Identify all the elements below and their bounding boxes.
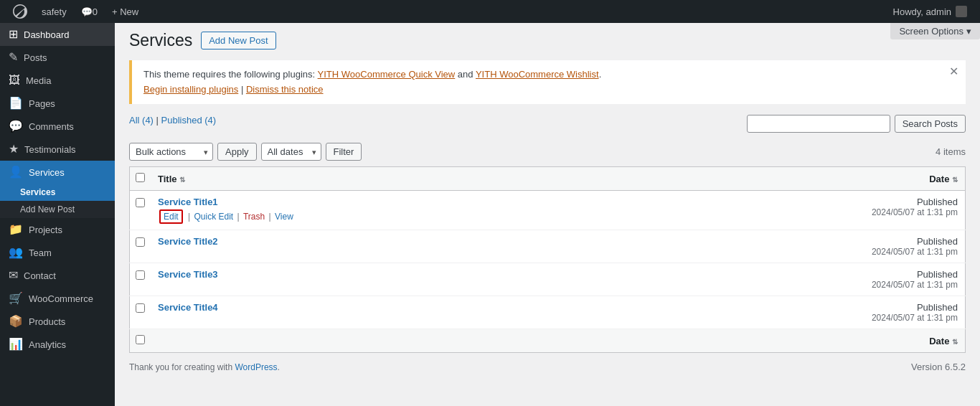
pages-icon: 📄 bbox=[9, 98, 23, 109]
separator: | bbox=[237, 212, 242, 222]
sidebar-item-services[interactable]: 👤 Services Services Add New Post bbox=[0, 161, 115, 218]
site-name-item[interactable]: safety bbox=[34, 0, 74, 23]
chevron-down-icon: ▾ bbox=[966, 26, 971, 37]
comments-item[interactable]: 💬 0 bbox=[74, 0, 105, 23]
plugin2-link[interactable]: YITH WooCommerce Wishlist bbox=[476, 69, 599, 80]
row-title-cell: Service Title3 bbox=[151, 263, 858, 296]
search-input[interactable] bbox=[747, 115, 890, 133]
version-text: Version 6.5.2 bbox=[911, 362, 966, 372]
footer-date-col: Date ⇅ bbox=[858, 329, 966, 353]
services-submenu: Services Add New Post bbox=[0, 184, 115, 218]
notice-text: This theme requires the following plugin… bbox=[143, 67, 954, 98]
admin-menu: ⊞ Dashboard ✎ Posts 🖼 Media 📄 Pa bbox=[0, 23, 115, 356]
sidebar-item-label: WooCommerce bbox=[29, 293, 93, 304]
sidebar-item-comments[interactable]: 💬 Comments bbox=[0, 115, 115, 138]
screen-options-label: Screen Options bbox=[899, 26, 963, 37]
filter-all: All (4) | bbox=[129, 115, 161, 126]
row-checkbox[interactable] bbox=[136, 198, 145, 207]
sidebar-item-testimonials[interactable]: ★ Testimonials bbox=[0, 138, 115, 161]
quick-edit-link[interactable]: Quick Edit bbox=[194, 212, 233, 222]
user-avatar bbox=[956, 6, 967, 17]
sidebar-item-posts[interactable]: ✎ Posts bbox=[0, 46, 115, 69]
publish-status: Published bbox=[865, 197, 958, 207]
screen-options-button[interactable]: Screen Options ▾ bbox=[890, 23, 980, 39]
sidebar-item-analytics[interactable]: 📊 Analytics bbox=[0, 333, 115, 356]
col-date-header: Date ⇅ bbox=[858, 167, 966, 191]
sidebar-item-label: Analytics bbox=[29, 339, 66, 350]
post-filter-links: All (4) | Published (4) bbox=[129, 115, 216, 126]
publish-date: 2024/05/07 at 1:31 pm bbox=[865, 207, 958, 217]
submenu-item-services[interactable]: Services bbox=[0, 184, 115, 201]
published-posts-link[interactable]: Published (4) bbox=[161, 115, 217, 126]
notice-text-before: This theme requires the following plugin… bbox=[143, 69, 318, 80]
bulk-actions-select[interactable]: Bulk actions Edit Move to Trash bbox=[129, 143, 213, 161]
woocommerce-icon: 🛒 bbox=[9, 293, 23, 304]
row-date-cell: Published 2024/05/07 at 1:31 pm bbox=[858, 191, 966, 230]
main-content: Screen Options ▾ Services Add New Post T… bbox=[115, 23, 980, 406]
filter-published: Published (4) bbox=[161, 115, 217, 126]
sidebar-item-projects[interactable]: 📁 Projects bbox=[0, 218, 115, 241]
dismiss-notice-button[interactable]: ✕ bbox=[949, 66, 958, 77]
apply-button[interactable]: Apply bbox=[217, 143, 257, 161]
row-checkbox-cell bbox=[130, 230, 151, 263]
select-all-footer-checkbox[interactable] bbox=[136, 335, 145, 344]
filter-button[interactable]: Filter bbox=[326, 143, 362, 161]
sidebar-item-dashboard[interactable]: ⊞ Dashboard bbox=[0, 23, 115, 46]
comments-count: 0 bbox=[93, 6, 98, 17]
sidebar-item-label: Pages bbox=[29, 98, 55, 109]
sidebar-item-media[interactable]: 🖼 Media bbox=[0, 69, 115, 92]
testimonials-icon: ★ bbox=[9, 143, 19, 155]
publish-date: 2024/05/07 at 1:31 pm bbox=[865, 280, 958, 290]
publish-date: 2024/05/07 at 1:31 pm bbox=[865, 313, 958, 323]
post-title-link[interactable]: Service Title2 bbox=[158, 236, 851, 247]
plugin-notice: This theme requires the following plugin… bbox=[129, 60, 966, 105]
sidebar-item-label: Dashboard bbox=[24, 29, 70, 40]
view-link[interactable]: View bbox=[275, 212, 293, 222]
date-sort-icon[interactable]: ⇅ bbox=[952, 176, 958, 184]
sidebar-item-contact[interactable]: ✉ Contact bbox=[0, 264, 115, 287]
footer-date-sort-icon[interactable]: ⇅ bbox=[952, 338, 958, 346]
submenu-item-add-new[interactable]: Add New Post bbox=[0, 201, 115, 218]
plugin1-link[interactable]: YITH WooCommerce Quick View bbox=[318, 69, 456, 80]
title-sort-icon[interactable]: ⇅ bbox=[179, 176, 185, 184]
page-wrap: Services Add New Post This theme require… bbox=[129, 30, 966, 377]
sidebar-item-pages[interactable]: 📄 Pages bbox=[0, 92, 115, 115]
separator: | bbox=[269, 212, 273, 222]
post-title-link[interactable]: Service Title1 bbox=[158, 197, 851, 207]
new-item[interactable]: + New bbox=[105, 0, 146, 23]
row-title-cell: Service Title2 bbox=[151, 230, 858, 263]
publish-status: Published bbox=[865, 269, 958, 280]
select-all-checkbox[interactable] bbox=[136, 173, 145, 182]
trash-link[interactable]: Trash bbox=[243, 212, 265, 222]
search-posts-button[interactable]: Search Posts bbox=[895, 115, 966, 133]
notice-separator: | bbox=[241, 84, 246, 95]
sidebar-item-label: Contact bbox=[24, 270, 56, 281]
edit-highlight-box: Edit bbox=[159, 209, 183, 224]
install-plugins-link[interactable]: Begin installing plugins bbox=[143, 84, 238, 95]
sidebar-item-label: Products bbox=[29, 316, 65, 327]
edit-link[interactable]: Edit bbox=[164, 212, 179, 222]
wp-logo-item[interactable] bbox=[6, 0, 34, 23]
row-checkbox[interactable] bbox=[136, 270, 145, 280]
row-title-cell: Service Title4 bbox=[151, 296, 858, 329]
post-title-link[interactable]: Service Title3 bbox=[158, 269, 851, 280]
wordpress-link[interactable]: WordPress bbox=[235, 362, 277, 372]
title-header-label: Title bbox=[158, 174, 177, 184]
dismiss-notice-link[interactable]: Dismiss this notice bbox=[246, 84, 324, 95]
sidebar-item-label: Media bbox=[26, 75, 51, 86]
sidebar-item-label: Testimonials bbox=[24, 144, 76, 155]
sidebar-item-label: Comments bbox=[29, 121, 74, 132]
row-checkbox[interactable] bbox=[136, 303, 145, 313]
howdy-item[interactable]: Howdy, admin bbox=[886, 6, 974, 17]
sidebar-item-woocommerce[interactable]: 🛒 WooCommerce bbox=[0, 287, 115, 310]
post-title-link[interactable]: Service Title4 bbox=[158, 302, 851, 313]
all-posts-link[interactable]: All (4) bbox=[129, 115, 154, 126]
sidebar-item-products[interactable]: 📦 Products bbox=[0, 310, 115, 333]
sidebar-item-team[interactable]: 👥 Team bbox=[0, 241, 115, 264]
row-checkbox[interactable] bbox=[136, 237, 145, 247]
dates-select[interactable]: All dates 2024/05 bbox=[261, 143, 321, 161]
thank-you-text: Thank you for creating with bbox=[129, 362, 232, 372]
add-new-post-button[interactable]: Add New Post bbox=[201, 32, 275, 49]
analytics-icon: 📊 bbox=[9, 339, 23, 350]
table-footer: Thank you for creating with WordPress. V… bbox=[129, 357, 966, 377]
